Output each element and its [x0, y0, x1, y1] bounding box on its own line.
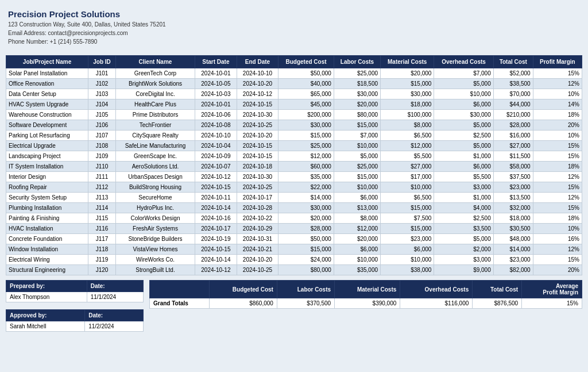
cell-7-5: $25,000	[278, 141, 334, 151]
cell-15-0: HVAC Installation	[6, 224, 88, 234]
cell-19-9: $82,000	[493, 265, 533, 275]
cell-12-7: $6,500	[381, 193, 434, 203]
cell-1-6: $18,500	[334, 79, 380, 89]
cell-17-6: $6,000	[334, 244, 380, 255]
cell-14-10: 18%	[533, 213, 582, 224]
cell-16-10: 16%	[533, 234, 582, 244]
cell-11-3: 2024-10-15	[195, 182, 237, 193]
cell-7-3: 2024-10-04	[195, 141, 237, 151]
cell-15-7: $15,000	[381, 224, 434, 234]
table-row: Office RenovationJ102BrightWork Solution…	[6, 79, 582, 89]
table-row: Electrical WiringJ119WireWorks Co.2024-1…	[6, 255, 582, 265]
cell-18-6: $10,000	[334, 255, 380, 265]
cell-7-4: 2024-10-15	[237, 141, 278, 151]
cell-8-10: 15%	[533, 151, 582, 162]
cell-13-10: 15%	[533, 203, 582, 213]
prepared-date-header: Date:	[87, 281, 143, 292]
cell-11-7: $10,000	[381, 182, 434, 193]
prepared-date-value: 11/1/2024	[87, 292, 143, 302]
cell-9-6: $25,000	[334, 162, 380, 172]
grand-totals-table: Budgeted Cost Labor Costs Material Costs…	[149, 280, 582, 309]
cell-3-5: $45,000	[278, 99, 334, 110]
cell-3-4: 2024-10-15	[237, 99, 278, 110]
cell-4-5: $200,000	[278, 110, 334, 120]
cell-5-0: Software Development	[6, 120, 88, 131]
cell-2-3: 2024-10-03	[195, 89, 237, 99]
cell-5-3: 2024-10-08	[195, 120, 237, 131]
totals-total-header: Total Cost	[473, 281, 522, 298]
cell-18-3: 2024-10-14	[195, 255, 237, 265]
grand-totals-label: Grand Totals	[150, 298, 210, 309]
cell-14-7: $7,500	[381, 213, 434, 224]
cell-0-7: $20,000	[381, 68, 434, 79]
cell-7-8: $5,000	[434, 141, 493, 151]
cell-13-2: HydroPlus Inc.	[115, 203, 195, 213]
cell-12-3: 2024-10-11	[195, 193, 237, 203]
grand-totals-labor: $370,500	[277, 298, 334, 309]
cell-16-6: $20,000	[334, 234, 380, 244]
cell-1-2: BrightWork Solutions	[115, 79, 195, 89]
table-row: HVAC InstallationJ116FreshAir Systems202…	[6, 224, 582, 234]
table-row: Roofing RepairJ112BuildStrong Housing202…	[6, 182, 582, 193]
totals-budgeted-header: Budgeted Cost	[209, 281, 277, 298]
table-row: Electrical UpgradeJ108SafeLine Manufactu…	[6, 141, 582, 151]
cell-11-8: $3,000	[434, 182, 493, 193]
cell-13-7: $15,000	[381, 203, 434, 213]
cell-7-6: $10,000	[334, 141, 380, 151]
table-row: Security System SetupJ113SecureHome2024-…	[6, 193, 582, 203]
cell-5-8: $5,000	[434, 120, 493, 131]
cell-4-3: 2024-10-06	[195, 110, 237, 120]
cell-3-7: $18,000	[381, 99, 434, 110]
col-header-7: Material Costs	[381, 56, 434, 68]
cell-14-6: $8,000	[334, 213, 380, 224]
cell-19-5: $80,000	[278, 265, 334, 275]
totals-labor-header: Labor Costs	[277, 281, 334, 298]
cell-8-2: GreenScape Inc.	[115, 151, 195, 162]
cell-0-10: 15%	[533, 68, 582, 79]
cell-0-2: GreenTech Corp	[115, 68, 195, 79]
approved-by-table: Approved by: Date: Sarah Mitchell 11/2/2…	[6, 309, 144, 332]
cell-8-4: 2024-10-15	[237, 151, 278, 162]
cell-9-10: 18%	[533, 162, 582, 172]
cell-6-10: 10%	[533, 131, 582, 141]
cell-12-6: $6,000	[334, 193, 380, 203]
cell-6-6: $7,000	[334, 131, 380, 141]
cell-4-9: $210,000	[493, 110, 533, 120]
cell-1-9: $38,500	[493, 79, 533, 89]
cell-9-3: 2024-10-07	[195, 162, 237, 172]
cell-6-7: $6,500	[381, 131, 434, 141]
cell-5-10: 20%	[533, 120, 582, 131]
cell-19-6: $35,000	[334, 265, 380, 275]
cell-10-2: UrbanSpaces Design	[115, 172, 195, 182]
cell-6-3: 2024-10-10	[195, 131, 237, 141]
cell-2-6: $30,000	[334, 89, 380, 99]
cell-16-0: Concrete Foundation	[6, 234, 88, 244]
cell-3-8: $6,000	[434, 99, 493, 110]
prepared-by-header: Prepared by:	[6, 281, 87, 292]
cell-15-4: 2024-10-29	[237, 224, 278, 234]
cell-18-9: $23,000	[493, 255, 533, 265]
cell-3-6: $20,000	[334, 99, 380, 110]
cell-11-1: J112	[88, 182, 116, 193]
cell-14-5: $20,000	[278, 213, 334, 224]
cell-18-10: 15%	[533, 255, 582, 265]
cell-14-4: 2024-10-22	[237, 213, 278, 224]
cell-16-3: 2024-10-19	[195, 234, 237, 244]
cell-2-7: $30,000	[381, 89, 434, 99]
cell-12-10: 12%	[533, 193, 582, 203]
col-header-0: Job/Project Name	[6, 56, 88, 68]
cell-12-1: J113	[88, 193, 116, 203]
cell-9-1: J110	[88, 162, 116, 172]
cell-5-2: TechFrontier	[115, 120, 195, 131]
cell-10-1: J111	[88, 172, 116, 182]
cell-17-8: $2,000	[434, 244, 493, 255]
cell-2-1: J103	[88, 89, 116, 99]
cell-18-5: $24,000	[278, 255, 334, 265]
cell-12-4: 2024-10-17	[237, 193, 278, 203]
cell-4-7: $100,000	[381, 110, 434, 120]
cell-1-5: $40,000	[278, 79, 334, 89]
cell-17-2: VistaView Homes	[115, 244, 195, 255]
cell-16-2: StoneBridge Builders	[115, 234, 195, 244]
cell-1-4: 2024-10-20	[237, 79, 278, 89]
cell-13-8: $4,000	[434, 203, 493, 213]
